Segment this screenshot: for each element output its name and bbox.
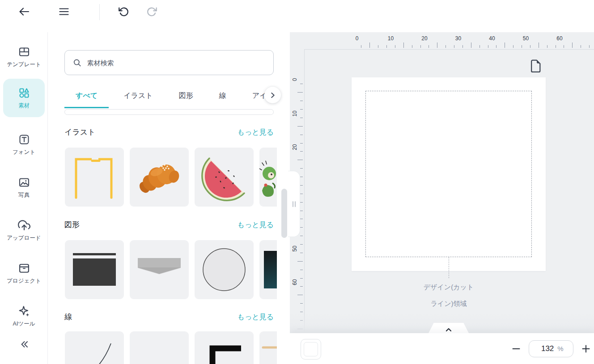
curved-line[interactable] bbox=[65, 331, 124, 364]
ruler-label: 50 bbox=[521, 35, 531, 42]
tab-illustrations[interactable]: イラスト bbox=[112, 85, 164, 108]
grip-icon bbox=[295, 201, 296, 207]
zoom-level-input[interactable] bbox=[539, 344, 554, 353]
ruler-label: 20 bbox=[290, 143, 299, 152]
lines-row bbox=[65, 331, 277, 364]
toolbar-divider bbox=[99, 4, 100, 20]
see-more-lines-link[interactable]: もっと見る bbox=[238, 313, 274, 322]
sidebar-item-uploads[interactable]: アップロード bbox=[3, 211, 45, 250]
ruler-label: 30 bbox=[453, 35, 464, 42]
sidebar-item-label: フォント bbox=[13, 148, 35, 156]
collapse-sidebar-button[interactable] bbox=[16, 336, 32, 352]
redo-button[interactable] bbox=[146, 5, 158, 18]
sidebar-item-templates[interactable]: テンプレート bbox=[3, 38, 45, 76]
sidebar-item-label: テンプレート bbox=[7, 61, 41, 68]
illustrations-row bbox=[65, 148, 277, 207]
zoom-in-button[interactable] bbox=[581, 343, 591, 354]
page-thumbnail-preview bbox=[304, 342, 318, 356]
project-box-icon bbox=[18, 262, 30, 275]
tabs-scroll-right-button[interactable] bbox=[264, 87, 281, 103]
ruler-label: 50 bbox=[290, 244, 299, 253]
ai-sparkle-icon bbox=[18, 305, 30, 317]
ruler-label: 0 bbox=[352, 35, 362, 42]
page-file-button[interactable] bbox=[530, 59, 542, 72]
search-box bbox=[64, 50, 274, 75]
sidebar-item-projects[interactable]: プロジェクト bbox=[3, 254, 45, 292]
panel-resize-handle[interactable] bbox=[288, 171, 300, 237]
green-character-illustration[interactable] bbox=[259, 148, 277, 207]
back-arrow-icon bbox=[18, 5, 30, 18]
ruler-border-horizontal bbox=[304, 49, 594, 50]
yellow-frame-illustration[interactable] bbox=[65, 148, 124, 207]
minus-icon bbox=[511, 344, 521, 354]
plus-icon bbox=[581, 344, 591, 354]
expand-pages-tab[interactable] bbox=[429, 323, 469, 333]
back-button[interactable] bbox=[18, 5, 30, 18]
shapes-grid-icon bbox=[18, 87, 30, 99]
zoom-out-button[interactable] bbox=[511, 343, 522, 354]
tab-lines[interactable]: 線 bbox=[208, 85, 238, 108]
ruler-label: 10 bbox=[386, 35, 396, 42]
beige-wavy-line[interactable] bbox=[130, 331, 189, 364]
dark-rectangle-shape[interactable] bbox=[65, 240, 124, 299]
ruler-border-vertical bbox=[304, 49, 305, 333]
bottom-bar: % bbox=[290, 333, 594, 364]
section-header-lines: 線 もっと見る bbox=[64, 312, 274, 322]
text-box-icon bbox=[18, 133, 30, 146]
sidebar-item-label: プロジェクト bbox=[7, 277, 41, 285]
section-header-illustrations: イラスト もっと見る bbox=[64, 127, 274, 137]
sidebar-item-label: アップロード bbox=[7, 234, 41, 242]
cloud-upload-icon bbox=[18, 219, 30, 232]
template-layout-icon bbox=[18, 46, 30, 58]
menu-button[interactable] bbox=[58, 5, 70, 18]
watermelon-slice-illustration[interactable] bbox=[195, 148, 254, 207]
cut-area-label: デザイン(カット ライン)領域 bbox=[382, 279, 516, 312]
grip-icon bbox=[293, 201, 293, 207]
sidebar-item-label: AIツール bbox=[13, 320, 35, 328]
circle-shape[interactable] bbox=[195, 240, 254, 299]
sidebar-item-ai-tools[interactable]: AIツール bbox=[3, 297, 45, 335]
canvas-area: 0 10 20 30 40 50 60 0 10 20 30 40 50 60 … bbox=[290, 32, 594, 364]
croissant-illustration[interactable] bbox=[130, 148, 189, 207]
redo-icon bbox=[146, 6, 158, 17]
zoom-percent-sign: % bbox=[557, 345, 563, 352]
sidebar-item-elements[interactable]: 素材 bbox=[3, 79, 45, 117]
cut-label-connector bbox=[449, 257, 449, 278]
beige-short-line[interactable] bbox=[259, 331, 277, 364]
cut-line-dashed-area bbox=[365, 91, 532, 257]
undo-button[interactable] bbox=[117, 5, 130, 18]
page-thumbnail-button[interactable] bbox=[301, 339, 321, 360]
sidebar-item-fonts[interactable]: フォント bbox=[3, 125, 45, 164]
sidebar-item-label: 素材 bbox=[18, 102, 30, 110]
zoom-controls: % bbox=[511, 333, 591, 364]
horizontal-ruler: 0 10 20 30 40 50 60 bbox=[290, 32, 594, 49]
category-tabs: すべて イラスト 図形 線 アイ bbox=[64, 85, 267, 108]
ruler-label: 0 bbox=[290, 75, 299, 84]
cut-area-label-line1: デザイン(カット bbox=[382, 279, 516, 295]
gray-banner-shape[interactable] bbox=[130, 240, 189, 299]
tab-icons-truncated[interactable]: アイ bbox=[241, 85, 267, 108]
left-nav-rail: テンプレート 素材 フォント 写真 アップロード プロジェクト AIツール bbox=[0, 32, 48, 364]
black-corner-line[interactable] bbox=[195, 331, 254, 364]
search-icon bbox=[73, 58, 81, 68]
chevrons-left-icon bbox=[18, 339, 30, 350]
see-more-shapes-link[interactable]: もっと見る bbox=[238, 220, 274, 230]
section-header-shapes: 図形 もっと見る bbox=[64, 220, 274, 230]
tab-all[interactable]: すべて bbox=[64, 85, 109, 108]
teal-gradient-rectangle-shape[interactable] bbox=[259, 240, 277, 299]
see-more-illustrations-link[interactable]: もっと見る bbox=[238, 128, 274, 137]
design-page[interactable] bbox=[352, 77, 546, 271]
panel-scrollbar[interactable] bbox=[281, 189, 287, 238]
ruler-label: 40 bbox=[487, 35, 497, 42]
top-toolbar bbox=[0, 0, 594, 32]
sidebar-item-photos[interactable]: 写真 bbox=[3, 168, 45, 207]
chevron-right-icon bbox=[268, 91, 277, 100]
ruler-label: 20 bbox=[419, 35, 430, 42]
scrolled-card-top[interactable] bbox=[64, 109, 274, 115]
image-icon bbox=[18, 176, 30, 189]
tab-shapes[interactable]: 図形 bbox=[168, 85, 204, 108]
search-input[interactable] bbox=[87, 59, 265, 67]
ruler-label: 10 bbox=[290, 109, 299, 118]
ruler-label: 60 bbox=[290, 278, 299, 287]
shapes-row bbox=[65, 240, 277, 299]
